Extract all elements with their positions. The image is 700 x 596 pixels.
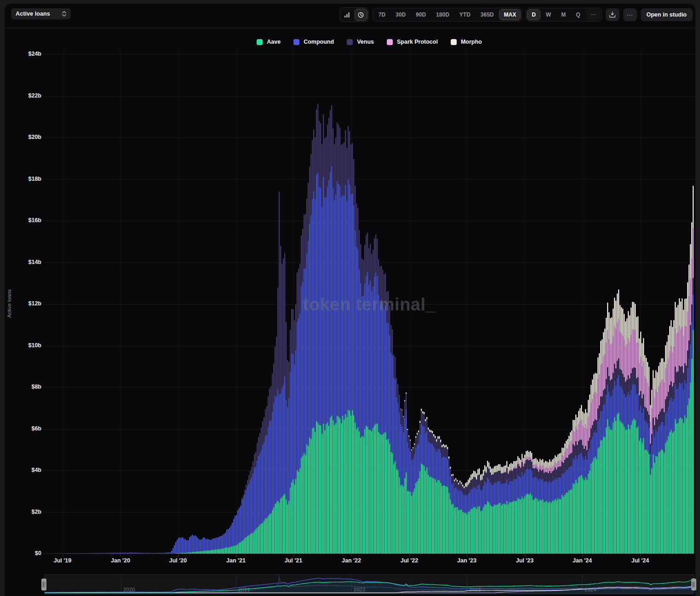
timeline-navigator[interactable] <box>44 574 694 594</box>
range-7d[interactable]: 7D <box>374 9 390 20</box>
x-axis-tick-label: Jul '21 <box>274 557 313 564</box>
x-axis-tick-label: Jan '22 <box>332 557 371 564</box>
y-axis-tick-label: $18b <box>0 176 41 182</box>
legend-label: Spark Protocol <box>397 39 438 45</box>
y-axis-tick-label: $20b <box>0 134 41 140</box>
header-divider <box>5 28 695 28</box>
x-axis-tick-label: Jul '24 <box>621 557 660 564</box>
range-365d[interactable]: 365D <box>476 9 499 20</box>
open-in-studio-button[interactable]: Open in studio <box>641 8 693 21</box>
legend-swatch-aave <box>257 39 263 45</box>
legend-label: Compound <box>304 39 334 45</box>
legend-item-aave[interactable]: Aave <box>257 39 281 45</box>
legend-swatch-spark-protocol <box>387 39 393 45</box>
granularity-d[interactable]: D <box>527 9 540 20</box>
y-axis-tick-label: $0 <box>0 550 41 556</box>
x-axis-tick-mark <box>236 554 236 556</box>
unfold-icon <box>62 11 66 17</box>
range-ytd[interactable]: YTD <box>455 9 475 20</box>
legend-swatch-morpho <box>451 39 457 45</box>
x-axis-tick-mark <box>63 554 63 556</box>
range-30d[interactable]: 30D <box>391 9 410 20</box>
granularity-[interactable]: ⋯ <box>586 9 601 20</box>
time-series-view-button[interactable] <box>355 9 367 21</box>
x-axis-tick-mark <box>582 554 583 556</box>
active-loans-stacked-area-chart[interactable] <box>44 50 694 554</box>
legend-item-venus[interactable]: Venus <box>347 39 374 45</box>
y-axis-tick-label: $12b <box>0 300 41 307</box>
x-axis-tick-mark <box>409 554 410 556</box>
granularity-q[interactable]: Q <box>571 9 585 20</box>
range-180d[interactable]: 180D <box>431 9 454 20</box>
navigator-mini-chart[interactable] <box>45 575 694 594</box>
x-axis-tick-mark <box>525 554 525 556</box>
download-icon <box>609 11 616 18</box>
x-axis-tick-label: Jul '22 <box>390 557 429 564</box>
x-axis-tick-mark <box>467 554 467 556</box>
range-max[interactable]: MAX <box>499 9 521 20</box>
legend-swatch-venus <box>347 39 353 45</box>
x-axis-tick-label: Jul '23 <box>505 557 544 564</box>
y-axis-tick-label: $4b <box>0 467 41 473</box>
x-axis-tick-mark <box>120 554 121 556</box>
clock-icon <box>358 12 364 18</box>
bar-chart-view-button[interactable] <box>341 9 354 21</box>
view-toggle-group <box>339 7 369 22</box>
y-axis-tick-label: $6b <box>0 425 41 432</box>
more-icon: ⋯ <box>627 11 633 18</box>
x-axis-tick-label: Jul '19 <box>43 557 82 564</box>
y-axis-tick-label: $16b <box>0 217 41 224</box>
legend-item-morpho[interactable]: Morpho <box>451 39 482 45</box>
y-axis-tick-label: $14b <box>0 259 41 265</box>
y-axis-tick-label: $2b <box>0 509 41 515</box>
legend-item-spark-protocol[interactable]: Spark Protocol <box>387 39 438 45</box>
legend-label: Venus <box>357 39 374 45</box>
x-axis-tick-label: Jul '20 <box>159 557 197 564</box>
x-axis-tick-label: Jan '24 <box>563 557 602 564</box>
x-axis-tick-label: Jan '23 <box>448 557 486 564</box>
x-axis-tick-mark <box>293 554 294 556</box>
x-axis-tick-mark <box>178 554 178 556</box>
y-axis-tick-label: $22b <box>0 92 41 99</box>
download-button[interactable] <box>606 8 620 21</box>
navigator-right-handle[interactable] <box>691 579 696 590</box>
legend-label: Morpho <box>461 39 482 45</box>
bar-chart-icon <box>344 12 350 18</box>
x-axis-tick-mark <box>640 554 641 556</box>
chart-legend: AaveCompoundVenusSpark ProtocolMorpho <box>44 39 694 45</box>
token-terminal-chart-page: Active loans 7D30D90D180DYTD365DMAX <box>0 0 700 596</box>
legend-label: Aave <box>267 39 281 45</box>
chart-toolbar: 7D30D90D180DYTD365DMAX DWMQ⋯ ⋯ Open in s… <box>339 7 693 22</box>
granularity-group: DWMQ⋯ <box>526 8 602 22</box>
navigator-left-handle[interactable] <box>41 579 46 590</box>
y-axis-tick-label: $24b <box>0 51 41 57</box>
time-range-group: 7D30D90D180DYTD365DMAX <box>373 8 522 22</box>
y-axis-tick-label: $8b <box>0 384 41 390</box>
legend-item-compound[interactable]: Compound <box>293 39 334 45</box>
granularity-w[interactable]: W <box>541 9 556 20</box>
metric-selector-label: Active loans <box>16 11 50 17</box>
x-axis-tick-label: Jan '21 <box>217 557 255 564</box>
range-90d[interactable]: 90D <box>411 9 430 20</box>
y-axis-tick-label: $10b <box>0 342 41 349</box>
metric-selector[interactable]: Active loans <box>11 8 71 19</box>
x-axis-tick-mark <box>351 554 352 556</box>
x-axis-tick-label: Jan '20 <box>101 557 140 564</box>
legend-swatch-compound <box>293 39 299 45</box>
more-options-button[interactable]: ⋯ <box>623 8 637 21</box>
granularity-m[interactable]: M <box>557 9 570 20</box>
